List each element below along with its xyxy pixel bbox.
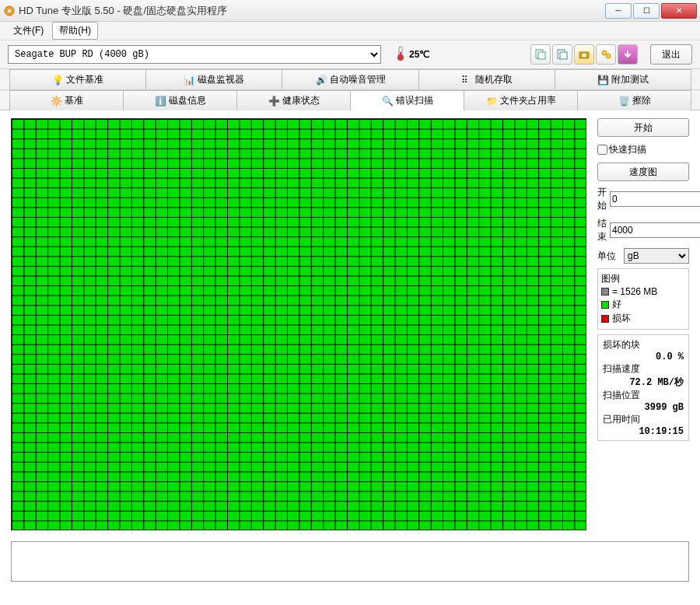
window-title: HD Tune 专业版 5.50 - 硬盘/固态硬盘实用程序 (19, 4, 604, 18)
window-controls: ─ ☐ ✕ (604, 3, 697, 19)
tab-folder-usage[interactable]: 📁文件夹占用率 (464, 90, 578, 110)
gauge-icon: 🔆 (51, 96, 61, 107)
scan-speed-value: 72.2 MB/秒 (603, 376, 684, 389)
tabs-lower: 🔆基准 ℹ️磁盘信息 ➕健康状态 🔍错误扫描 📁文件夹占用率 🗑️擦除 (0, 89, 700, 110)
unit-select[interactable]: gB (624, 248, 689, 264)
side-panel: 开始 快速扫描 速度图 开始 结束 单位 gB 图例 = 1526 MB 好 损… (597, 118, 689, 530)
tool-bar: Seagate BUP RD (4000 gB) 25℃ 退出 (0, 40, 700, 68)
bulb-icon: 💡 (52, 75, 63, 86)
tab-extra-tests[interactable]: 💾附加测试 (555, 69, 691, 89)
svg-rect-6 (538, 52, 545, 59)
menu-file[interactable]: 文件(F) (6, 22, 51, 40)
folder-icon: 📁 (486, 96, 497, 107)
damaged-blocks-value: 0.0 % (603, 351, 684, 362)
temperature-value: 25℃ (409, 49, 429, 60)
speed-map-button[interactable]: 速度图 (597, 163, 689, 181)
tab-health[interactable]: ➕健康状态 (236, 90, 351, 110)
svg-rect-8 (560, 52, 567, 59)
tab-random-access[interactable]: ⠿随机存取 (418, 69, 555, 89)
start-button[interactable]: 开始 (597, 118, 689, 137)
log-textarea[interactable] (11, 541, 689, 582)
tab-info[interactable]: ℹ️磁盘信息 (123, 90, 237, 110)
plus-icon: ➕ (268, 96, 279, 107)
magnifier-icon: 🔍 (382, 96, 393, 107)
svg-point-1 (8, 9, 11, 12)
drive-select[interactable]: Seagate BUP RD (4000 gB) (8, 45, 381, 64)
scan-pos-label: 扫描位置 (603, 389, 684, 402)
quick-scan-checkbox[interactable] (597, 145, 607, 155)
unit-field: 单位 gB (597, 248, 689, 264)
legend-title: 图例 (601, 272, 685, 285)
menu-help[interactable]: 帮助(H) (52, 22, 98, 40)
app-icon (3, 5, 16, 17)
info-icon: ℹ️ (155, 96, 166, 107)
menu-bar: 文件(F) 帮助(H) (0, 22, 700, 40)
elapsed-label: 已用时间 (603, 413, 684, 426)
screenshot-button[interactable] (574, 44, 594, 65)
scan-speed-label: 扫描速度 (603, 362, 684, 376)
dots-icon: ⠿ (461, 75, 472, 86)
tabs-upper: 💡文件基准 📊磁盘监视器 🔊自动噪音管理 ⠿随机存取 💾附加测试 (0, 68, 700, 89)
trash-icon: 🗑️ (618, 96, 629, 107)
end-input[interactable] (610, 222, 700, 238)
quick-scan-label: 快速扫描 (609, 143, 646, 156)
quick-scan-row: 快速扫描 (597, 142, 689, 158)
drive-icon: 💾 (597, 75, 608, 86)
tab-error-scan[interactable]: 🔍错误扫描 (350, 90, 464, 110)
main-area: 开始 快速扫描 速度图 开始 结束 单位 gB 图例 = 1526 MB 好 损… (0, 110, 700, 538)
svg-point-10 (583, 54, 586, 58)
copy-screenshot-button[interactable] (552, 44, 572, 65)
scan-pos-value: 3999 gB (603, 402, 684, 413)
end-field: 结束 (597, 217, 689, 243)
tab-aam[interactable]: 🔊自动噪音管理 (282, 69, 418, 89)
stats-box: 损坏的块 0.0 % 扫描速度 72.2 MB/秒 扫描位置 3999 gB 已… (597, 334, 689, 441)
tab-file-benchmark[interactable]: 💡文件基准 (9, 69, 146, 89)
title-bar: HD Tune 专业版 5.50 - 硬盘/固态硬盘实用程序 ─ ☐ ✕ (0, 0, 700, 22)
close-button[interactable]: ✕ (661, 3, 697, 19)
scan-grid (11, 118, 586, 530)
elapsed-value: 10:19:15 (603, 426, 684, 437)
block-size-swatch (601, 288, 609, 296)
start-input[interactable] (610, 191, 700, 207)
chart-icon: 📊 (184, 75, 194, 86)
svg-rect-4 (400, 52, 401, 57)
scan-grid-blocks (12, 119, 586, 530)
settings-button[interactable] (596, 44, 616, 65)
maximize-button[interactable]: ☐ (633, 3, 660, 19)
svg-point-12 (606, 54, 611, 58)
tab-erase[interactable]: 🗑️擦除 (577, 90, 691, 110)
start-field: 开始 (597, 186, 689, 212)
toolbar-icons (530, 44, 638, 65)
bad-swatch (601, 315, 609, 323)
tab-benchmark[interactable]: 🔆基准 (9, 90, 124, 110)
speaker-icon: 🔊 (316, 75, 327, 86)
save-button[interactable] (618, 44, 638, 65)
scan-grid-wrap (11, 118, 591, 530)
temperature-indicator: 25℃ (395, 46, 429, 64)
minimize-button[interactable]: ─ (605, 3, 632, 19)
legend-box: 图例 = 1526 MB 好 损坏 (597, 268, 689, 330)
good-swatch (601, 301, 609, 309)
copy-info-button[interactable] (530, 44, 551, 65)
thermometer-icon (395, 46, 406, 64)
damaged-blocks-label: 损坏的块 (603, 338, 684, 351)
tab-disk-monitor[interactable]: 📊磁盘监视器 (145, 69, 282, 89)
exit-button[interactable]: 退出 (650, 44, 692, 65)
